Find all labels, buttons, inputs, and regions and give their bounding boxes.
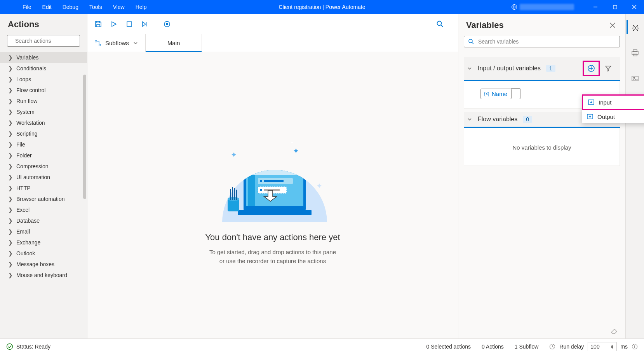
tree-item-folder[interactable]: ❯Folder [0,150,87,161]
chevron-down-icon [133,40,138,46]
spinner-arrows[interactable]: ▲▼ [610,344,614,349]
svg-point-35 [469,39,472,43]
chevron-right-icon: ❯ [9,219,12,223]
scrollbar-thumb[interactable] [83,75,86,199]
tree-item-database[interactable]: ❯Database [0,215,87,226]
variable-chip[interactable]: {x} Name [480,89,512,99]
actions-search-input[interactable] [15,38,83,44]
rail-images-button[interactable] [627,71,644,85]
separator [156,19,156,30]
actions-search-box[interactable] [7,35,80,47]
clock-icon [549,344,555,350]
filter-variables-button[interactable] [600,61,617,76]
svg-rect-7 [127,22,132,26]
chevron-down-icon [467,66,472,71]
step-button[interactable] [138,17,152,31]
menu-help[interactable]: Help [130,1,152,13]
run-button[interactable] [107,17,121,31]
variables-search-box[interactable] [464,36,620,47]
io-variables-section-header[interactable]: Input / output variables 1 [464,57,620,81]
eraser-icon[interactable] [611,328,618,335]
subflows-count: 1 Subflow [515,344,538,350]
chevron-right-icon: ❯ [9,230,12,234]
chevron-right-icon: ❯ [9,66,12,70]
add-variable-button[interactable] [583,61,600,76]
window-controls [586,0,644,14]
tree-item-browser-automation[interactable]: ❯Browser automation [0,194,87,204]
variables-search-input[interactable] [478,38,616,45]
tree-item-excel[interactable]: ❯Excel [0,204,87,215]
input-icon [588,99,595,106]
actions-tree[interactable]: ❯Variables ❯Conditionals ❯Loops ❯Flow co… [0,52,87,338]
tree-item-variables[interactable]: ❯Variables [0,52,87,63]
status-bar: Status: Ready 0 Selected actions 0 Actio… [0,338,644,354]
tree-item-message-boxes[interactable]: ❯Message boxes [0,259,87,270]
run-delay-input[interactable]: 100 ▲▼ [588,342,616,351]
search-in-flow-button[interactable] [433,17,447,31]
add-variable-menu-output[interactable]: Output [582,110,644,123]
svg-line-12 [441,25,443,27]
flow-section-label: Flow variables [478,116,517,123]
save-button[interactable] [91,17,105,31]
tree-item-outlook[interactable]: ❯Outlook [0,248,87,259]
environment-badge[interactable] [507,2,578,12]
menu-view[interactable]: View [108,1,130,13]
maximize-button[interactable] [605,0,625,14]
chevron-down-icon [467,117,472,122]
minimize-button[interactable] [586,0,605,14]
add-variable-menu: Input Output [582,94,644,123]
close-panel-button[interactable] [607,20,618,30]
menu-edit[interactable]: Edit [37,1,57,13]
menu-tools[interactable]: Tools [84,1,108,13]
svg-point-32 [291,142,293,143]
tree-item-loops[interactable]: ❯Loops [0,74,87,85]
rail-variables-button[interactable]: {x} [627,20,644,34]
canvas[interactable]: You don't have any actions here yet To g… [87,52,458,338]
svg-point-23 [260,189,262,191]
tree-item-mouse-keyboard[interactable]: ❯Mouse and keyboard [0,270,87,281]
tree-item-system[interactable]: ❯System [0,106,87,117]
variable-value-slot[interactable] [511,88,520,99]
subflows-icon [94,40,101,47]
info-icon[interactable] [632,344,638,350]
tree-item-scripting[interactable]: ❯Scripting [0,128,87,139]
tree-item-ui-automation[interactable]: ❯UI automation [0,172,87,183]
tree-item-email[interactable]: ❯Email [0,226,87,237]
recorder-button[interactable] [160,17,174,31]
tree-item-conditionals[interactable]: ❯Conditionals [0,63,87,74]
flow-variables-body: No variables to display [464,128,620,166]
chevron-right-icon: ❯ [9,241,12,244]
tree-item-compression[interactable]: ❯Compression [0,161,87,172]
menu-bar: File Edit Debug Tools View Help [0,1,152,13]
flow-count-badge: 0 [523,116,532,123]
svg-rect-25 [238,210,312,215]
tree-item-flow-control[interactable]: ❯Flow control [0,85,87,96]
tree-item-file[interactable]: ❯File [0,139,87,150]
chevron-right-icon: ❯ [9,143,12,146]
svg-rect-2 [613,5,617,9]
chevron-right-icon: ❯ [9,77,12,81]
close-window-button[interactable] [625,0,644,14]
tree-item-workstation[interactable]: ❯Workstation [0,117,87,128]
svg-point-47 [633,77,634,78]
chevron-right-icon: ❯ [9,175,12,179]
chevron-right-icon: ❯ [9,262,12,266]
menu-file[interactable]: File [17,1,37,13]
chevron-right-icon: ❯ [9,88,12,92]
chevron-right-icon: ❯ [9,251,12,255]
run-delay-unit: ms [620,344,628,350]
search-icon [468,38,474,45]
tree-item-run-flow[interactable]: ❯Run flow [0,96,87,106]
stop-button[interactable] [122,17,136,31]
flow-empty-message: No variables to display [472,135,612,156]
window-title: Client registration | Power Automate [278,4,365,10]
menu-debug[interactable]: Debug [57,1,84,13]
tab-main[interactable]: Main [146,34,202,52]
subflows-dropdown[interactable]: Subflows [87,34,146,52]
rail-ui-elements-button[interactable] [627,46,644,60]
add-variable-menu-input[interactable]: Input [582,94,644,110]
chevron-right-icon: ❯ [9,208,12,212]
actions-panel: Actions ❯Variables ❯Conditionals ❯Loops … [0,14,87,338]
tree-item-http[interactable]: ❯HTTP [0,183,87,194]
tree-item-exchange[interactable]: ❯Exchange [0,237,87,248]
